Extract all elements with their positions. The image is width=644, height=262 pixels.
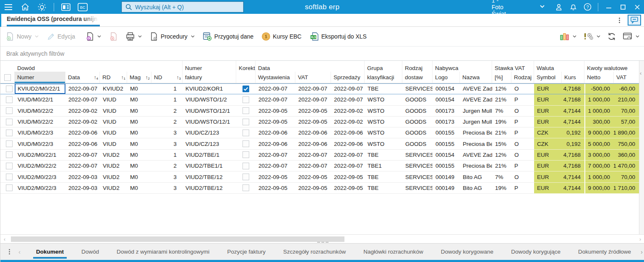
group-header-grupa[interactable]: Grupa [365, 61, 402, 72]
bottom-tab-9[interactable]: Dokumenty źródłowe [569, 244, 636, 260]
column-header-nazwa[interactable]: Nazwa [460, 72, 492, 83]
cell-numer[interactable]: VIUD2/M0/22/2 [15, 161, 65, 171]
tabs-scroll-right-chevron-icon[interactable]: › [641, 248, 643, 255]
cell-data[interactable]: 2022-09-07 [65, 150, 100, 161]
row-select-checkbox[interactable] [4, 171, 15, 182]
cell-nd[interactable]: 1 [151, 150, 183, 161]
cell-grupa[interactable]: WSTO [365, 94, 402, 105]
cell-wystawienia[interactable]: 2022-09-07 [256, 150, 295, 161]
procedures-button[interactable]: Procedury [150, 32, 195, 41]
row-select-checkbox[interactable] [4, 127, 15, 138]
bottom-tab-5[interactable]: Szczegóły rozrachunków [274, 244, 355, 260]
close-button[interactable] [630, 0, 644, 14]
table-row[interactable]: VIUD/M0/22/22022-09-02VIUDM02VIUD/WSTO/1… [0, 117, 639, 127]
table-row[interactable]: VIUD2/M0/22/12022-09-07VIUD2M01VIUD2/TBE… [0, 150, 639, 161]
cell-netto[interactable]: 7 000,00 [584, 161, 614, 171]
cell-numer[interactable]: VIUD/M0/22/3 [15, 127, 65, 138]
cell-stawka_rodzaj[interactable]: O [511, 106, 534, 117]
cell-rodzaj_dostaw[interactable]: SERVICES [402, 161, 433, 171]
column-header-rd[interactable]: RD↑1 [100, 72, 127, 83]
cell-symbol[interactable]: EUR [534, 83, 562, 94]
home-icon[interactable] [17, 0, 34, 14]
column-header-klasyfikacji[interactable]: klasyfikacji [365, 72, 402, 83]
group-header-waluta[interactable]: Waluta [534, 61, 584, 72]
cell-vat_data[interactable]: 2022-09-05 [295, 171, 331, 182]
cell-stawka_rodzaj[interactable]: P [511, 127, 534, 138]
cell-grupa[interactable]: TBE1 [365, 161, 402, 171]
row-select-checkbox[interactable] [4, 117, 15, 127]
cell-rd[interactable]: VIUD [100, 94, 127, 105]
group-header-rodzaj[interactable]: Rodzaj [402, 61, 433, 72]
cell-data[interactable]: 2022-09-07 [65, 161, 100, 171]
column-header-netto[interactable]: Netto [584, 72, 614, 83]
cell-mag[interactable]: M0 [127, 94, 151, 105]
news-icon[interactable] [57, 0, 74, 14]
cell-netto[interactable]: 1 000,00 [584, 106, 614, 117]
cell-symbol[interactable]: EUR [534, 150, 562, 161]
korekta-checkbox[interactable] [236, 150, 256, 161]
bottom-tab-1[interactable]: Dokument [27, 244, 73, 260]
cell-wystawienia[interactable]: 2022-09-07 [256, 83, 295, 94]
cell-rd[interactable]: VIUD2 [100, 183, 127, 194]
user-profile-icon[interactable] [552, 0, 566, 14]
cell-rodzaj_dostaw[interactable]: SERVICES [402, 150, 433, 161]
cell-stawka_rodzaj[interactable]: P [511, 183, 534, 194]
cell-wystawienia[interactable]: 2022-09-07 [256, 161, 295, 171]
cell-nd[interactable]: 2 [151, 117, 183, 127]
group-header-kwoty-walutowe[interactable]: Kwoty walutowe [584, 61, 639, 72]
cell-rd[interactable]: VIUD2 [100, 161, 127, 171]
cell-vat_kwota[interactable]: 70,00 [614, 171, 639, 182]
cell-kurs[interactable]: 0,192 [562, 127, 584, 138]
cell-sprzedazy[interactable]: 2022-09-05 [331, 171, 365, 182]
korekta-checkbox[interactable] [236, 161, 256, 171]
cell-vat_data[interactable]: 2022-09-06 [295, 127, 331, 138]
bottom-tab-7[interactable]: Dowody korygowane [432, 244, 502, 260]
cell-nazwa[interactable]: Jurgen Mull [460, 106, 492, 117]
cell-logo[interactable]: 000173 [433, 117, 460, 127]
chart-view-button[interactable] [560, 32, 576, 41]
cell-mag[interactable]: M0 [127, 150, 151, 161]
prepare-data-button[interactable]: Przygotuj dane [203, 32, 253, 41]
korekta-checkbox[interactable] [236, 171, 256, 182]
cell-vat_data[interactable]: 2022-09-05 [295, 106, 331, 117]
cell-rodzaj_dostaw[interactable]: SERVICES [402, 83, 433, 94]
cell-numer[interactable]: VIUD/M0/22/3 [15, 138, 65, 149]
cell-kurs[interactable]: 4,7168 [562, 94, 584, 105]
cell-netto[interactable]: -500,00 [584, 83, 614, 94]
cell-wystawienia[interactable]: 2022-09-06 [256, 127, 295, 138]
table-row[interactable]: VIUD2/M0/22/32022-09-03VIUD2M03VIUD2/TBE… [0, 183, 639, 194]
cell-sprzedazy[interactable]: 2022-09-02 [331, 106, 365, 117]
column-header-korekta-sub[interactable] [236, 72, 256, 83]
cell-vat_kwota[interactable]: 70,00 [614, 106, 639, 117]
document-delete-button[interactable] [110, 32, 117, 41]
cell-faktura[interactable]: VIUD2/TBE/1 [183, 150, 236, 161]
tabs-scroll-left-chevron-icon[interactable]: ‹ [18, 248, 21, 255]
horizontal-scrollbar[interactable]: ‹ › [0, 236, 644, 242]
cell-rd[interactable]: KVIUD2 [100, 83, 127, 94]
cell-symbol[interactable]: EUR [534, 117, 562, 127]
edit-button[interactable]: Edycja [47, 33, 75, 41]
cell-sprzedazy[interactable]: 2022-09-05 [331, 183, 365, 194]
cell-kurs[interactable]: 4,7168 [562, 83, 584, 94]
window-settings-button[interactable] [623, 32, 639, 41]
group-header-stawka-vat[interactable]: Stawka VAT [492, 61, 534, 72]
column-header-vat-data[interactable]: VAT [295, 72, 331, 83]
cell-faktura[interactable]: KVIUD2/KOR1 [183, 83, 236, 94]
cell-netto[interactable]: 1 000,00 [584, 171, 614, 182]
cell-netto[interactable]: 9 000,00 [584, 183, 614, 194]
cell-vat_data[interactable]: 2022-09-07 [295, 83, 331, 94]
cell-kurs[interactable]: 4,7168 [562, 161, 584, 171]
cell-rd[interactable]: VIUD [100, 138, 127, 149]
column-header-mag[interactable]: Mag↑2 [127, 72, 151, 83]
row-select-checkbox[interactable] [4, 94, 15, 105]
cell-data[interactable]: 2022-09-06 [65, 127, 100, 138]
table-row[interactable]: VIUD2/M0/22/22022-09-07VIUD2M02VIUD2/TBE… [0, 161, 639, 171]
cell-logo[interactable]: 000154 [433, 150, 460, 161]
cell-mag[interactable]: M0 [127, 117, 151, 127]
cell-nazwa[interactable]: AVEVE Zade [460, 94, 492, 105]
cell-nazwa[interactable]: Bito AG [460, 171, 492, 182]
cell-rodzaj_dostaw[interactable]: GOODS [402, 127, 433, 138]
korekta-checkbox[interactable] [236, 106, 256, 117]
korekta-checkbox[interactable] [236, 94, 256, 105]
cell-nazwa[interactable]: Bito AG [460, 183, 492, 194]
